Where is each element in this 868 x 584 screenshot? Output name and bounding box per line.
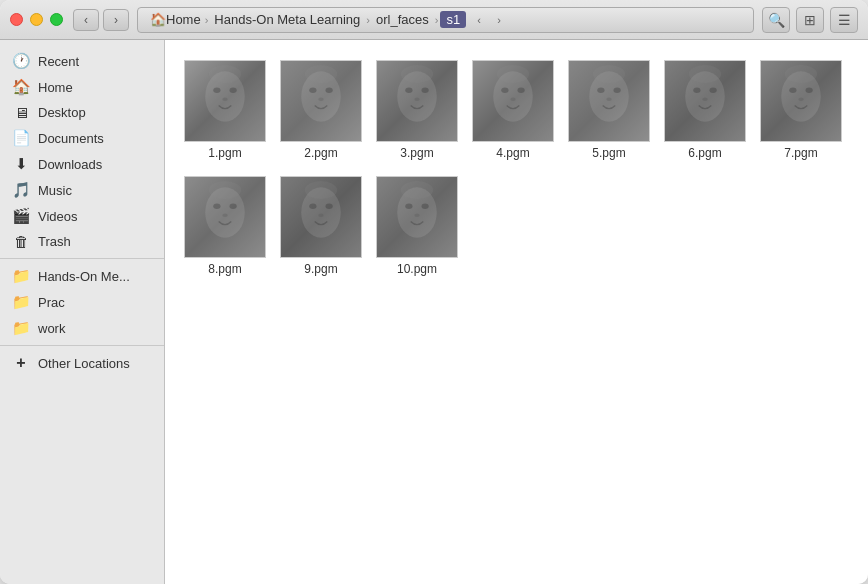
svg-point-39	[209, 181, 241, 199]
sidebar-item-recent[interactable]: 🕐 Recent	[0, 48, 164, 74]
sidebar-item-music[interactable]: 🎵 Music	[0, 177, 164, 203]
file-item-f1[interactable]: 1.pgm	[181, 56, 269, 164]
svg-point-23	[606, 97, 611, 101]
svg-point-6	[309, 88, 316, 93]
videos-icon: 🎬	[12, 207, 30, 225]
traffic-lights	[10, 13, 63, 26]
sidebar-item-hands-on[interactable]: 📁 Hands-On Me...	[0, 263, 164, 289]
svg-point-47	[422, 204, 429, 209]
file-thumbnail-f10	[376, 176, 458, 258]
face-image-f1	[185, 61, 265, 141]
file-item-f4[interactable]: 4.pgm	[469, 56, 557, 164]
svg-point-17	[518, 88, 525, 93]
file-grid: 1.pgm 2.pgm 3.pgm 4.pgm 5.pgm 6.pgm	[165, 40, 868, 584]
breadcrumb-orl-faces[interactable]: orl_faces	[372, 12, 433, 27]
file-name-f1: 1.pgm	[208, 146, 241, 160]
svg-point-7	[326, 88, 333, 93]
sidebar-item-work[interactable]: 📁 work	[0, 315, 164, 341]
toolbar-right: 🔍 ⊞ ☰	[762, 7, 858, 33]
file-name-f6: 6.pgm	[688, 146, 721, 160]
file-thumbnail-f5	[568, 60, 650, 142]
breadcrumb-nav: ‹ ›	[470, 11, 508, 29]
sidebar-item-documents-label: Documents	[38, 131, 104, 146]
sidebar-divider-2	[0, 345, 164, 346]
svg-point-26	[693, 88, 700, 93]
sidebar: 🕐 Recent 🏠 Home 🖥 Desktop 📄 Documents ⬇ …	[0, 40, 165, 584]
svg-point-33	[798, 97, 803, 101]
file-manager-window: ‹ › 🏠 Home › Hands-On Meta Learning › or…	[0, 0, 868, 584]
close-button[interactable]	[10, 13, 23, 26]
file-item-f10[interactable]: 10.pgm	[373, 172, 461, 280]
svg-point-12	[422, 88, 429, 93]
sidebar-divider-1	[0, 258, 164, 259]
breadcrumb-prev-btn[interactable]: ‹	[470, 11, 488, 29]
svg-point-27	[710, 88, 717, 93]
breadcrumb-hands-on-label: Hands-On Meta Learning	[214, 12, 360, 27]
breadcrumb-next-btn[interactable]: ›	[490, 11, 508, 29]
home-sidebar-icon: 🏠	[12, 78, 30, 96]
file-name-f7: 7.pgm	[784, 146, 817, 160]
file-item-f7[interactable]: 7.pgm	[757, 56, 845, 164]
maximize-button[interactable]	[50, 13, 63, 26]
file-thumbnail-f7	[760, 60, 842, 142]
sidebar-item-music-label: Music	[38, 183, 72, 198]
svg-point-32	[806, 88, 813, 93]
svg-point-13	[414, 97, 419, 101]
music-icon: 🎵	[12, 181, 30, 199]
sidebar-item-downloads[interactable]: ⬇ Downloads	[0, 151, 164, 177]
sidebar-item-other-locations[interactable]: + Other Locations	[0, 350, 164, 376]
file-item-f8[interactable]: 8.pgm	[181, 172, 269, 280]
svg-point-1	[213, 88, 220, 93]
other-locations-icon: +	[12, 354, 30, 372]
face-image-f10	[377, 177, 457, 257]
file-thumbnail-f8	[184, 176, 266, 258]
svg-point-14	[401, 65, 433, 83]
sidebar-item-home[interactable]: 🏠 Home	[0, 74, 164, 100]
menu-button[interactable]: ☰	[830, 7, 858, 33]
home-icon: 🏠	[150, 12, 166, 27]
file-name-f5: 5.pgm	[592, 146, 625, 160]
file-thumbnail-f9	[280, 176, 362, 258]
sidebar-item-recent-label: Recent	[38, 54, 79, 69]
desktop-icon: 🖥	[12, 104, 30, 121]
grid-icon: ⊞	[804, 12, 816, 28]
svg-point-34	[785, 65, 817, 83]
file-item-f6[interactable]: 6.pgm	[661, 56, 749, 164]
downloads-icon: ⬇	[12, 155, 30, 173]
file-item-f5[interactable]: 5.pgm	[565, 56, 653, 164]
file-item-f3[interactable]: 3.pgm	[373, 56, 461, 164]
sidebar-item-home-label: Home	[38, 80, 73, 95]
breadcrumb-hands-on[interactable]: Hands-On Meta Learning	[210, 12, 364, 27]
file-name-f9: 9.pgm	[304, 262, 337, 276]
file-item-f9[interactable]: 9.pgm	[277, 172, 365, 280]
svg-point-43	[318, 213, 323, 217]
sidebar-item-prac-label: Prac	[38, 295, 65, 310]
sidebar-item-trash[interactable]: 🗑 Trash	[0, 229, 164, 254]
svg-point-41	[309, 204, 316, 209]
breadcrumb-home[interactable]: 🏠 Home	[146, 12, 203, 27]
breadcrumb-s1[interactable]: s1	[440, 11, 466, 28]
sidebar-item-videos[interactable]: 🎬 Videos	[0, 203, 164, 229]
face-image-f9	[281, 177, 361, 257]
svg-point-9	[305, 65, 337, 83]
sidebar-item-work-label: work	[38, 321, 65, 336]
search-button[interactable]: 🔍	[762, 7, 790, 33]
prac-folder-icon: 📁	[12, 293, 30, 311]
grid-view-button[interactable]: ⊞	[796, 7, 824, 33]
file-name-f3: 3.pgm	[400, 146, 433, 160]
forward-button[interactable]: ›	[103, 9, 129, 31]
svg-point-38	[222, 213, 227, 217]
svg-point-4	[209, 65, 241, 83]
svg-point-19	[497, 65, 529, 83]
file-name-f10: 10.pgm	[397, 262, 437, 276]
minimize-button[interactable]	[30, 13, 43, 26]
back-button[interactable]: ‹	[73, 9, 99, 31]
file-item-f2[interactable]: 2.pgm	[277, 56, 365, 164]
face-image-f2	[281, 61, 361, 141]
sidebar-item-documents[interactable]: 📄 Documents	[0, 125, 164, 151]
svg-point-49	[401, 181, 433, 199]
sidebar-item-prac[interactable]: 📁 Prac	[0, 289, 164, 315]
sidebar-item-desktop[interactable]: 🖥 Desktop	[0, 100, 164, 125]
svg-point-11	[405, 88, 412, 93]
documents-icon: 📄	[12, 129, 30, 147]
